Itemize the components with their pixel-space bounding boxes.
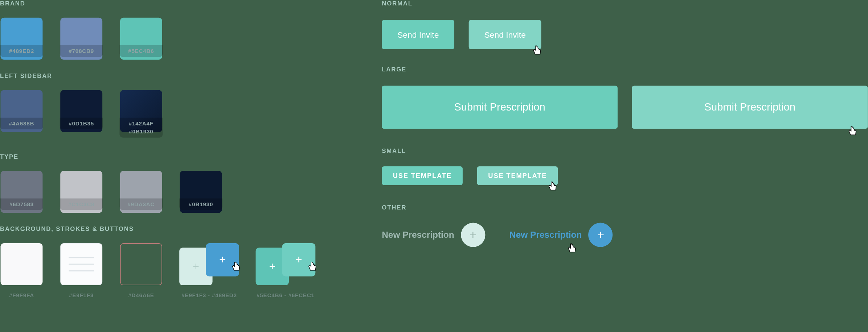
swatch-sidebar-2: #0D1B35	[60, 90, 103, 138]
submit-prescription-button[interactable]: Submit Prescription	[382, 86, 618, 129]
swatch-sidebar-3: #142A4F #0B1930	[119, 90, 163, 138]
swatch-bg-2: #E9F1F3	[60, 243, 103, 301]
new-prescription-label: New Prescription	[382, 230, 454, 240]
new-prescription-button-hover[interactable]: New Prescription +	[509, 223, 613, 247]
type-section: TYPE #6D7583 #C1C3C8 #9DA3AC #0B1930	[0, 153, 315, 210]
bg-section: BACKGROUND, STROKES & BUTTONS #F9F9FA #E…	[0, 225, 315, 301]
small-section: SMALL USE TEMPLATE USE TEMPLATE	[382, 148, 868, 185]
swatch-type-3: #9DA3AC	[119, 171, 163, 210]
swatch-type-4: #0B1930	[179, 171, 222, 210]
swatch-bg-1: #F9F9FA	[0, 243, 43, 301]
swatch-brand-2: #708CB9	[60, 18, 103, 57]
send-invite-button[interactable]: Send Invite	[382, 20, 454, 49]
color-palette-panel: BRAND #489ED2 #708CB9 #5EC4B6 LEFT SIDEB…	[0, 0, 315, 316]
send-invite-button-hover[interactable]: Send Invite	[469, 20, 541, 49]
swatch-brand-1: #489ED2	[0, 18, 43, 57]
use-template-button-hover[interactable]: USE TEMPLATE	[477, 166, 558, 185]
swatch-sidebar-1: #4A638B	[0, 90, 43, 138]
swatch-type-2: #C1C3C8	[60, 171, 103, 210]
buttons-panel: NORMAL Send Invite Send Invite LARGE Sub…	[382, 0, 868, 261]
sidebar-section: LEFT SIDEBAR #4A638B #0D1B35 #142A4F #0B…	[0, 72, 315, 138]
new-prescription-button[interactable]: New Prescription +	[382, 223, 485, 247]
swatch-bg-3: #D46A6E	[119, 243, 163, 301]
small-heading: SMALL	[382, 148, 868, 154]
plus-icon: +	[219, 253, 226, 266]
use-template-button[interactable]: USE TEMPLATE	[382, 166, 463, 185]
new-prescription-label: New Prescription	[509, 230, 582, 240]
plus-icon: +	[296, 253, 302, 266]
brand-section: BRAND #489ED2 #708CB9 #5EC4B6	[0, 0, 315, 57]
sidebar-heading: LEFT SIDEBAR	[0, 72, 315, 79]
large-section: LARGE Submit Prescription Submit Prescri…	[382, 66, 868, 129]
normal-heading: NORMAL	[382, 0, 868, 7]
submit-prescription-button-hover[interactable]: Submit Prescription	[632, 86, 868, 129]
swatch-bg-5: + + #5EC4B6 - #6FCEC1	[256, 243, 316, 301]
type-heading: TYPE	[0, 153, 315, 159]
cursor-hand-icon	[567, 242, 578, 255]
bg-heading: BACKGROUND, STROKES & BUTTONS	[0, 225, 315, 232]
plus-icon: +	[193, 260, 199, 273]
swatch-type-1: #6D7583	[0, 171, 43, 210]
plus-circle-icon: +	[589, 223, 613, 247]
plus-circle-icon: +	[461, 223, 485, 247]
other-section: OTHER New Prescription + New Prescriptio…	[382, 204, 868, 247]
swatch-brand-3: #5EC4B6	[119, 18, 163, 57]
plus-icon: +	[269, 260, 275, 273]
cursor-hand-icon	[231, 261, 242, 273]
swatch-bg-4: + + #E9F1F3 - #489ED2	[179, 243, 239, 301]
other-heading: OTHER	[382, 204, 868, 211]
normal-section: NORMAL Send Invite Send Invite	[382, 0, 868, 49]
cursor-hand-icon	[308, 261, 319, 273]
brand-heading: BRAND	[0, 0, 315, 7]
large-heading: LARGE	[382, 66, 868, 72]
